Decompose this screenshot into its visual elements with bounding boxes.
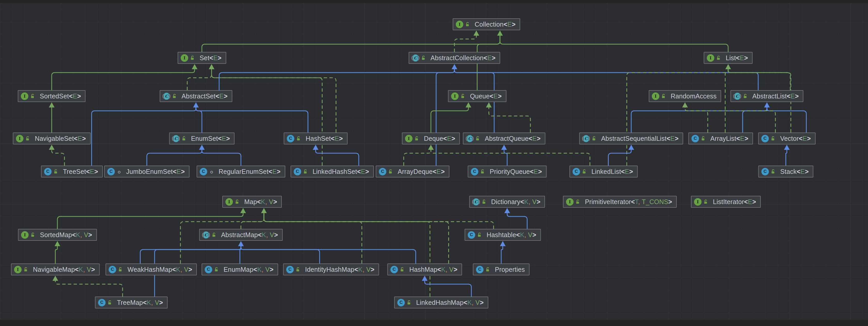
generic-close-bracket: > xyxy=(498,93,502,100)
node-Dictionary[interactable]: (C)Dictionary<K, V> xyxy=(469,196,545,208)
node-List[interactable]: IList<E> xyxy=(704,52,752,64)
type-parameter: V xyxy=(532,198,537,205)
edge-Vector-AbstractList-extends-class xyxy=(767,106,806,132)
edge-LinkedHashMap-HashMap-extends-class xyxy=(425,280,471,297)
generic-open-bracket: < xyxy=(216,93,219,100)
public-visibility-icon xyxy=(475,136,480,141)
node-EnumSet[interactable]: (C)EnumSet<E> xyxy=(169,132,235,144)
public-visibility-icon xyxy=(214,267,219,272)
edge-AbstractMap-Map-implements xyxy=(241,212,264,229)
class-name-text: NavigableSet xyxy=(35,135,74,142)
node-LinkedHashSet[interactable]: CLinkedHashSet<E> xyxy=(290,166,374,177)
node-Stack[interactable]: CStack<E> xyxy=(758,166,813,177)
class-icon: C xyxy=(108,266,116,273)
class-name-text: EnumMap xyxy=(224,266,253,273)
type-parameter: E xyxy=(532,135,537,142)
uml-diagram-canvas[interactable]: ICollection<E>ISet<E>(C)AbstractCollecti… xyxy=(0,0,868,326)
node-NavigableSet[interactable]: INavigableSet<E> xyxy=(13,132,91,144)
class-name-text: Vector xyxy=(780,135,799,142)
node-Properties[interactable]: CProperties xyxy=(473,263,530,275)
public-visibility-icon xyxy=(30,94,35,99)
arrowhead-into-Map-extends-interface xyxy=(240,208,246,213)
class-name-text: RegularEnumSet xyxy=(219,168,269,175)
node-IdentityHashMap[interactable]: CIdentityHashMap<K, V> xyxy=(283,263,379,275)
node-AbstractList[interactable]: (C)AbstractList<E> xyxy=(731,90,803,102)
type-parameter: E xyxy=(73,93,77,100)
node-HashSet[interactable]: CHashSet<E> xyxy=(284,132,348,144)
edge-RegularEnumSet-EnumSet-extends-class xyxy=(202,149,241,166)
type-parameter: K xyxy=(358,266,363,273)
node-SortedSet[interactable]: ISortedSet<E> xyxy=(18,90,86,102)
node-TreeMap[interactable]: CTreeMap<K, V> xyxy=(95,297,167,308)
abstract-class-icon: (C) xyxy=(163,93,170,100)
node-SortedMap[interactable]: ISortedMap<K, V> xyxy=(18,229,97,241)
public-visibility-icon xyxy=(400,267,405,272)
node-AbstractSequentialList[interactable]: (C)AbstractSequentialList<E> xyxy=(579,132,683,144)
type-parameter: E xyxy=(625,168,629,175)
node-WeakHashMap[interactable]: CWeakHashMap<K, V> xyxy=(105,263,197,275)
edge-ArrayDeque-Deque-implements xyxy=(404,149,431,166)
generic-open-bracket: < xyxy=(209,54,213,62)
generic-close-bracket: > xyxy=(537,198,540,205)
class-name-text: TreeMap xyxy=(117,299,143,306)
public-visibility-icon xyxy=(31,232,36,237)
node-Hashtable[interactable]: CHashtable<K, V> xyxy=(465,229,541,241)
edge-ArrayList-RandomAccess-implements xyxy=(685,106,708,132)
node-PriorityQueue[interactable]: CPriorityQueue<E> xyxy=(468,166,547,177)
type-parameter: E xyxy=(534,168,538,175)
node-ListIterator[interactable]: IListIterator<E> xyxy=(691,196,761,208)
node-RegularEnumSet[interactable]: CRegularEnumSet<E> xyxy=(197,166,285,177)
node-NavigableMap[interactable]: INavigableMap<K, V> xyxy=(11,263,100,275)
node-label: PriorityQueue<E> xyxy=(490,168,542,175)
node-Vector[interactable]: CVector<E> xyxy=(758,132,815,144)
class-name-text: Stack xyxy=(780,168,797,175)
type-parameter: E xyxy=(90,168,94,175)
edge-AbstractSequentialList-AbstractList-extends-class xyxy=(631,106,767,132)
node-AbstractSet[interactable]: (C)AbstractSet<E> xyxy=(160,90,232,102)
node-Deque[interactable]: IDeque<E> xyxy=(402,132,460,144)
node-HashMap[interactable]: CHashMap<K, V> xyxy=(387,263,462,275)
type-parameter: E xyxy=(222,135,226,142)
node-Queue[interactable]: IQueue<E> xyxy=(448,90,506,102)
type-parameter: E xyxy=(487,54,492,62)
type-parameter: E xyxy=(273,168,277,175)
node-label: LinkedHashSet<E> xyxy=(312,168,369,175)
public-visibility-icon xyxy=(576,199,581,204)
node-ArrayDeque[interactable]: CArrayDeque<E> xyxy=(376,166,450,177)
type-parameter: V xyxy=(265,266,270,273)
node-LinkedList[interactable]: CLinkedList<E> xyxy=(569,166,638,177)
generic-comma: , xyxy=(180,266,182,273)
node-EnumMap[interactable]: CEnumMap<K, V> xyxy=(202,263,278,275)
node-AbstractCollection[interactable]: (C)AbstractCollection<E> xyxy=(409,52,500,64)
public-visibility-icon xyxy=(486,267,491,272)
node-label: IdentityHashMap<K, V> xyxy=(305,266,374,273)
generic-open-bracket: < xyxy=(463,299,467,306)
node-JumboEnumSet[interactable]: CJumboEnumSet<E> xyxy=(104,166,189,177)
class-icon: C xyxy=(107,168,115,175)
interface-icon: I xyxy=(405,135,412,142)
node-label: Vector<E> xyxy=(780,135,811,142)
node-LinkedHashMap[interactable]: CLinkedHashMap<K, V> xyxy=(394,297,488,308)
node-ArrayList[interactable]: CArrayList<E> xyxy=(688,132,753,144)
node-Set[interactable]: ISet<E> xyxy=(178,52,226,64)
node-Map[interactable]: IMap<K, V> xyxy=(222,196,282,208)
node-label: WeakHashMap<K, V> xyxy=(127,266,192,273)
node-PrimitiveIterator[interactable]: IPrimitiveIterator<T, T_CONS> xyxy=(563,196,677,208)
generic-comma: , xyxy=(638,198,640,205)
node-RandomAccess[interactable]: IRandomAccess xyxy=(649,90,721,102)
node-TreeSet[interactable]: CTreeSet<E> xyxy=(41,166,103,177)
node-Collection[interactable]: ICollection<E> xyxy=(453,18,520,30)
type-parameter: V xyxy=(449,266,454,273)
class-name-text: Properties xyxy=(495,266,525,273)
node-label: LinkedHashMap<K, V> xyxy=(416,299,484,306)
node-AbstractQueue[interactable]: (C)AbstractQueue<E> xyxy=(463,132,546,144)
abstract-c-glyph: C xyxy=(735,93,740,100)
generic-comma: , xyxy=(472,299,473,306)
generic-close-bracket: > xyxy=(512,21,516,28)
generic-close-bracket: > xyxy=(82,135,86,142)
node-label: Queue<E> xyxy=(470,93,502,100)
type-parameter: E xyxy=(748,198,752,205)
class-icon: C xyxy=(390,266,398,273)
abstract-c-glyph: C xyxy=(467,135,472,142)
node-AbstractMap[interactable]: (C)AbstractMap<K, V> xyxy=(199,229,283,241)
